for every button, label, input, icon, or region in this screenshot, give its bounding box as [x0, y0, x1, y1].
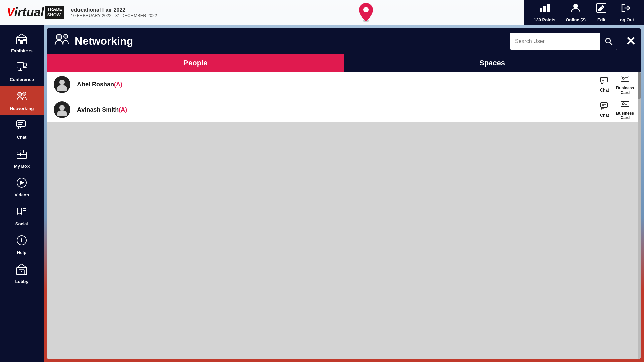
map-pin-icon [358, 2, 374, 22]
sidebar-item-mybox[interactable]: My Box [0, 144, 44, 173]
logout-label: Log Out [617, 17, 634, 22]
sidebar-item-help[interactable]: i Help [0, 230, 44, 259]
svg-rect-41 [601, 77, 607, 82]
scrollbar-thumb[interactable] [638, 72, 641, 99]
svg-rect-49 [601, 103, 607, 107]
tab-people[interactable]: People [47, 54, 344, 72]
svg-point-36 [56, 34, 62, 40]
top-nav-right: 130 Points Online (2) Edit [524, 0, 644, 25]
svg-rect-11 [18, 39, 20, 41]
logout-icon [620, 2, 631, 16]
svg-point-35 [21, 271, 22, 272]
chat-icon [16, 119, 28, 133]
svg-marker-27 [20, 181, 24, 185]
nav-edit[interactable]: Edit [596, 2, 607, 22]
svg-line-39 [610, 42, 612, 45]
search-button[interactable] [600, 33, 617, 50]
networking-label: Networking [10, 106, 34, 111]
business-card-icon-abel [620, 74, 630, 85]
person-actions-avinash: Chat BusinessCard [600, 99, 634, 120]
nav-points[interactable]: 130 Points [534, 2, 555, 22]
sidebar-item-exhibitors[interactable]: Exhibitors [0, 28, 44, 57]
sidebar-item-videos[interactable]: Videos [0, 173, 44, 201]
map-pin-area [208, 2, 524, 22]
svg-point-37 [64, 34, 68, 38]
chat-button-abel[interactable]: Chat [600, 76, 609, 93]
svg-rect-19 [17, 121, 25, 127]
chat-label-abel: Chat [600, 88, 609, 93]
scrollbar-track[interactable] [638, 72, 641, 359]
chat-label: Chat [17, 135, 27, 140]
person-row-abel[interactable]: Abel Roshan(A) Chat [47, 72, 641, 97]
business-card-button-avinash[interactable]: BusinessCard [616, 99, 634, 120]
search-area [510, 33, 617, 50]
sidebar-item-chat[interactable]: Chat [0, 115, 44, 144]
lobby-label: Lobby [15, 279, 29, 284]
sidebar: Exhibitors Conference Networking [0, 25, 44, 362]
tab-spaces[interactable]: Spaces [344, 54, 641, 72]
svg-point-18 [23, 92, 26, 95]
people-list: Abel Roshan(A) Chat [47, 72, 641, 359]
points-label: 130 Points [534, 17, 555, 22]
svg-rect-2 [540, 8, 542, 12]
svg-point-5 [573, 4, 578, 8]
business-card-label-abel: BusinessCard [616, 86, 634, 95]
svg-rect-4 [547, 4, 550, 12]
svg-rect-14 [20, 68, 21, 70]
chat-button-avinash[interactable]: Chat [600, 101, 609, 118]
svg-point-45 [622, 77, 624, 79]
mybox-label: My Box [14, 164, 30, 169]
event-name: educational Fair 2022 [71, 7, 157, 13]
search-input[interactable] [510, 38, 600, 44]
help-label: Help [17, 250, 26, 255]
social-icon [16, 205, 28, 220]
person-name-abel: Abel Roshan(A) [77, 81, 122, 88]
close-button[interactable]: ✕ [626, 34, 636, 48]
logo-area: Virtual TRADE SHOW educational Fair 2022… [0, 5, 208, 19]
networking-icon [16, 90, 28, 105]
svg-point-1 [363, 7, 369, 12]
event-info: educational Fair 2022 10 FEBRUARY 2022 -… [71, 7, 157, 18]
sidebar-item-lobby[interactable]: Lobby [0, 259, 44, 288]
top-header: Virtual TRADE SHOW educational Fair 2022… [0, 0, 644, 25]
lobby-icon [16, 263, 28, 278]
nav-logout[interactable]: Log Out [617, 2, 634, 22]
exhibitors-icon [16, 33, 28, 47]
sidebar-item-conference[interactable]: Conference [0, 57, 44, 86]
svg-rect-15 [18, 70, 22, 71]
nav-online[interactable]: Online (2) [566, 2, 586, 22]
networking-panel-icon [54, 32, 70, 51]
conference-label: Conference [10, 77, 34, 82]
avatar-avinash [54, 101, 70, 118]
networking-panel: Networking ✕ People [47, 28, 641, 359]
logo-virtual: Virtual [7, 5, 44, 19]
edit-icon [596, 2, 607, 16]
chat-icon-abel [600, 76, 609, 87]
svg-rect-13 [17, 63, 24, 68]
logo-trade-box: TRADE SHOW [45, 6, 64, 19]
person-row-avinash[interactable]: Avinash Smith(A) Chat [47, 97, 641, 122]
svg-point-48 [59, 105, 65, 110]
social-label: Social [15, 221, 28, 226]
sidebar-item-social[interactable]: Social [0, 201, 44, 230]
person-name-avinash: Avinash Smith(A) [77, 106, 127, 113]
svg-text:i: i [21, 237, 22, 244]
panel-header: Networking ✕ [47, 28, 641, 54]
svg-rect-10 [20, 40, 23, 44]
panel-title: Networking [75, 35, 133, 47]
person-actions-abel: Chat BusinessCard [600, 74, 634, 95]
svg-point-40 [59, 80, 65, 85]
business-card-label-avinash: BusinessCard [616, 111, 634, 120]
main-panel: Networking ✕ People [44, 25, 644, 362]
tabs-row: People Spaces [47, 54, 641, 72]
mybox-icon [16, 148, 28, 162]
event-dates: 10 FEBRUARY 2022 - 31 DECEMBER 2022 [71, 13, 157, 18]
business-card-button-abel[interactable]: BusinessCard [616, 74, 634, 95]
videos-label: Videos [15, 192, 29, 197]
sidebar-item-networking[interactable]: Networking [0, 86, 44, 115]
exhibitors-label: Exhibitors [11, 48, 33, 53]
help-icon: i [16, 234, 28, 249]
chat-label-avinash: Chat [600, 113, 609, 118]
points-icon [539, 2, 550, 16]
online-icon [570, 2, 581, 16]
